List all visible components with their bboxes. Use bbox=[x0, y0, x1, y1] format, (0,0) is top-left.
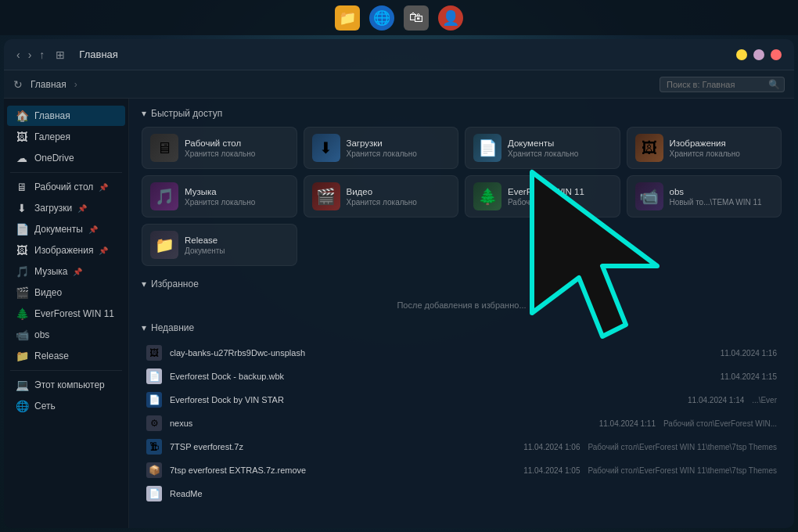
recent-item-5[interactable]: 📦 7tsp everforest EXTRAS.7z.remove 11.04… bbox=[142, 458, 782, 482]
sidebar-item-desktop[interactable]: 🖥 Рабочий стол 📌 bbox=[7, 177, 125, 197]
view-toggle[interactable]: ⊞ bbox=[56, 49, 65, 61]
quick-item-documents-info: Документы Хранится локально bbox=[508, 138, 578, 158]
favorites-header[interactable]: Избранное bbox=[142, 279, 782, 289]
recent-name-0: clay-banks-u27Rrbs9Dwc-unsplash bbox=[170, 348, 713, 358]
nav-back[interactable]: ‹ bbox=[16, 49, 20, 61]
sidebar-item-images[interactable]: 🖼 Изображения 📌 bbox=[7, 240, 125, 261]
sidebar: 🏠 Главная 🖼 Галерея ☁ OneDrive 🖥 Рабочий… bbox=[4, 99, 129, 528]
pin-icon-2: 📌 bbox=[77, 204, 87, 213]
recent-date-5: 11.04.2024 1:05 bbox=[523, 466, 580, 475]
quick-item-downloads-name: Загрузки bbox=[347, 138, 417, 148]
quick-item-everforest-info: EverForest WIN 11 Рабочий стол bbox=[508, 187, 584, 207]
quick-item-music-info: Музыка Хранится локально bbox=[185, 187, 255, 207]
recent-header[interactable]: Недавние bbox=[142, 322, 782, 333]
quick-item-documents[interactable]: 📄 Документы Хранится локально bbox=[465, 127, 620, 169]
search-icon: 🔍 bbox=[768, 79, 780, 90]
taskbar-avatar-icon[interactable]: 👤 bbox=[438, 5, 463, 31]
quick-item-desktop[interactable]: 🖥 Рабочий стол Хранится локально bbox=[142, 127, 297, 169]
quick-item-video[interactable]: 🎬 Видео Хранится локально bbox=[304, 175, 459, 217]
video-folder-icon: 🎬 bbox=[312, 182, 340, 210]
refresh-icon[interactable]: ↻ bbox=[13, 78, 23, 91]
recent-name-3: nexus bbox=[170, 419, 591, 428]
quick-item-video-info: Видео Хранится локально bbox=[347, 187, 417, 207]
recent-name-5: 7tsp everforest EXTRAS.7z.remove bbox=[170, 466, 516, 475]
sidebar-item-network[interactable]: 🌐 Сеть bbox=[7, 396, 125, 416]
quick-item-music[interactable]: 🎵 Музыка Хранится локально bbox=[142, 175, 297, 217]
taskbar-store-icon[interactable]: 🛍 bbox=[404, 5, 429, 31]
release-icon: 📁 bbox=[15, 350, 29, 362]
quick-item-desktop-name: Рабочий стол bbox=[185, 138, 255, 148]
recent-date-4: 11.04.2024 1:06 bbox=[523, 443, 580, 451]
gallery-icon: 🖼 bbox=[15, 131, 29, 143]
minimize-button[interactable] bbox=[736, 49, 747, 60]
quick-item-release-name: Release bbox=[185, 235, 225, 245]
recent-item-1[interactable]: 📄 Everforest Dock - backup.wbk 11.04.202… bbox=[142, 365, 782, 388]
quick-item-obs-name: obs bbox=[670, 187, 762, 196]
pin-icon-3: 📌 bbox=[88, 225, 98, 234]
network-icon: 🌐 bbox=[15, 400, 29, 412]
maximize-button[interactable] bbox=[753, 49, 764, 60]
quick-item-music-name: Музыка bbox=[185, 187, 255, 196]
recent-icon-1: 📄 bbox=[146, 368, 162, 384]
address-chevron: › bbox=[74, 79, 77, 90]
recent-item-6[interactable]: 📄 ReadMe bbox=[142, 482, 782, 505]
sidebar-item-documents[interactable]: 📄 Документы 📌 bbox=[7, 219, 125, 239]
release-folder-icon: 📁 bbox=[150, 231, 178, 259]
quick-item-obs-info: obs Новый то...\TEMA WIN 11 bbox=[670, 187, 762, 207]
quick-item-obs-sub: Новый то...\TEMA WIN 11 bbox=[670, 198, 762, 207]
quick-access-header[interactable]: Быстрый доступ bbox=[142, 108, 782, 119]
quick-item-release[interactable]: 📁 Release Документы bbox=[142, 224, 297, 266]
sidebar-label-music: Музыка bbox=[34, 266, 67, 277]
recent-item-4[interactable]: 🗜 7TSP everforest.7z 11.04.2024 1:06 Раб… bbox=[142, 435, 782, 458]
sidebar-item-onedrive[interactable]: ☁ OneDrive bbox=[7, 148, 125, 168]
recent-item-2[interactable]: 📄 Everforest Dock by VIN STAR 11.04.2024… bbox=[142, 388, 782, 412]
sidebar-label-network: Сеть bbox=[34, 401, 56, 412]
sidebar-item-everforest[interactable]: 🌲 EverForest WIN 11 bbox=[7, 304, 125, 324]
sidebar-label-images: Изображения bbox=[34, 245, 93, 256]
quick-item-everforest-sub: Рабочий стол bbox=[508, 198, 584, 207]
computer-icon: 💻 bbox=[15, 379, 29, 391]
window-title: Главная bbox=[79, 49, 117, 60]
sidebar-item-gallery[interactable]: 🖼 Галерея bbox=[7, 127, 125, 147]
taskbar-edge-icon[interactable]: 🌐 bbox=[369, 5, 394, 31]
search-input[interactable] bbox=[660, 77, 785, 92]
explorer-window: ‹ › ↑ ⊞ Главная ↻ Главная › 🔍 🏠 Главная bbox=[4, 39, 794, 528]
sidebar-item-music[interactable]: 🎵 Музыка 📌 bbox=[7, 261, 125, 282]
recent-icon-4: 🗜 bbox=[146, 439, 162, 455]
quick-item-images-sub: Хранится локально bbox=[670, 149, 740, 158]
quick-item-release-info: Release Документы bbox=[185, 235, 225, 255]
quick-item-obs[interactable]: 📹 obs Новый то...\TEMA WIN 11 bbox=[627, 175, 782, 217]
quick-item-downloads[interactable]: ⬇ Загрузки Хранится локально bbox=[304, 127, 459, 169]
quick-item-images[interactable]: 🖼 Изображения Хранится локально bbox=[627, 127, 782, 169]
recent-icon-2: 📄 bbox=[146, 392, 162, 408]
divider-2 bbox=[10, 370, 122, 371]
sidebar-label-computer: Этот компьютер bbox=[34, 379, 105, 390]
taskbar-folder-icon[interactable]: 📁 bbox=[335, 5, 360, 31]
recent-item-3[interactable]: ⚙ nexus 11.04.2024 1:11 Рабочий стол\Eve… bbox=[142, 412, 782, 435]
sidebar-item-downloads[interactable]: ⬇ Загрузки 📌 bbox=[7, 198, 125, 218]
desktop-folder-icon: 🖥 bbox=[150, 134, 178, 162]
quick-item-video-name: Видео bbox=[347, 187, 417, 196]
sidebar-item-release[interactable]: 📁 Release bbox=[7, 346, 125, 366]
recent-path-2: ...\Ever bbox=[752, 396, 777, 404]
recent-path-5: Рабочий стол\EverForest WIN 11\theme\7ts… bbox=[588, 466, 777, 475]
sidebar-label-everforest: EverForest WIN 11 bbox=[34, 308, 114, 319]
sidebar-item-home[interactable]: 🏠 Главная bbox=[7, 106, 125, 126]
images-folder-icon: 🖼 bbox=[635, 134, 663, 162]
sidebar-item-computer[interactable]: 💻 Этот компьютер bbox=[7, 375, 125, 395]
sidebar-label-release: Release bbox=[34, 350, 69, 361]
sidebar-item-obs[interactable]: 📹 obs bbox=[7, 325, 125, 345]
recent-date-0: 11.04.2024 1:16 bbox=[721, 349, 777, 358]
sidebar-item-video[interactable]: 🎬 Видео bbox=[7, 282, 125, 303]
quick-access-label: Быстрый доступ bbox=[151, 108, 222, 119]
nav-up[interactable]: ↑ bbox=[39, 49, 45, 61]
nav-forward[interactable]: › bbox=[28, 49, 32, 61]
divider-1 bbox=[10, 172, 122, 173]
sidebar-label-home: Главная bbox=[34, 110, 70, 121]
close-button[interactable] bbox=[771, 49, 782, 60]
recent-item-0[interactable]: 🖼 clay-banks-u27Rrbs9Dwc-unsplash 11.04.… bbox=[142, 341, 782, 365]
taskbar: 📁 🌐 🛍 👤 bbox=[0, 0, 798, 35]
quick-item-everforest[interactable]: 🌲 EverForest WIN 11 Рабочий стол bbox=[465, 175, 620, 217]
quick-access-grid: 🖥 Рабочий стол Хранится локально ⬇ Загру… bbox=[142, 127, 782, 266]
pin-icon-4: 📌 bbox=[99, 246, 108, 255]
